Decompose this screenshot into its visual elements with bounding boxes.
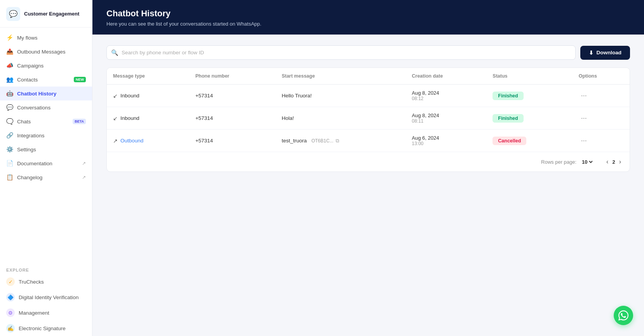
external-icon: ↗ [82, 175, 86, 180]
cell-date-1: Aug 8, 202408:11 [406, 107, 486, 130]
nav-label-campaigns: Campaigns [17, 63, 44, 69]
explore-label-management: Management [19, 310, 49, 316]
sidebar-item-changelog[interactable]: 📋 Changelog ↗ [0, 170, 92, 184]
sidebar-item-chatbot-history[interactable]: 🤖 Chatbot History [0, 87, 92, 100]
cell-date-2: Aug 6, 202413:00 [406, 130, 486, 152]
nav-label-integrations: Integrations [17, 133, 45, 139]
whatsapp-fab[interactable] [614, 306, 633, 325]
cell-phone-0: +57314 [189, 85, 275, 107]
content-area: 🔍 ⬇ Download Message typePhone numberSta… [92, 35, 644, 336]
truncated-id: OT6B1C... [312, 138, 334, 144]
nav-icon-chatbot-history: 🤖 [6, 90, 13, 97]
nav-label-my-flows: My flows [17, 35, 38, 41]
explore-item-digital-identity[interactable]: 🔷 Digital Identity Verification [0, 289, 92, 305]
col-header-creation-date: Creation date [406, 68, 486, 85]
explore-label-truchecks: TruChecks [19, 279, 44, 285]
nav-icon-conversations: 💬 [6, 104, 13, 111]
col-header-phone-number: Phone number [189, 68, 275, 85]
prev-page-button[interactable]: ‹ [604, 158, 611, 166]
col-header-status: Status [486, 68, 572, 85]
sidebar-item-campaigns[interactable]: 📣 Campaigns [0, 59, 92, 73]
next-page-button[interactable]: › [617, 158, 623, 166]
cell-options-2: ··· [573, 130, 630, 152]
cell-message-type-0: ↙Inbound [107, 85, 189, 107]
sidebar-item-integrations[interactable]: 🔗 Integrations [0, 128, 92, 142]
search-box: 🔍 [106, 45, 576, 60]
outbound-icon: ↗ [113, 138, 118, 144]
cell-start-message-1: Hola! [275, 107, 406, 130]
date-value: Aug 8, 2024 [412, 90, 480, 96]
search-icon: 🔍 [111, 49, 118, 56]
nav-icon-changelog: 📋 [6, 174, 13, 181]
nav-label-settings: Settings [17, 147, 36, 152]
cell-phone-2: +57314 [189, 130, 275, 152]
explore-item-electronic-signature[interactable]: ✍ Electronic Signature [0, 320, 92, 336]
toolbar: 🔍 ⬇ Download [106, 45, 630, 60]
brand-name: Customer Engagement [24, 11, 79, 17]
sidebar-item-documentation[interactable]: 📄 Documentation ↗ [0, 156, 92, 170]
sidebar-item-chats[interactable]: 🗨️ Chats BETA [0, 114, 92, 128]
sidebar-item-settings[interactable]: ⚙️ Settings [0, 142, 92, 156]
start-message-text: test_truora [282, 138, 307, 144]
cell-message-type-2: ↗Outbound [107, 130, 189, 152]
explore-icon-management: ⚙ [6, 308, 15, 317]
sidebar-item-outbound-messages[interactable]: 📤 Outbound Messages [0, 45, 92, 59]
inbound-icon: ↙ [113, 93, 118, 99]
time-value: 13:00 [412, 141, 480, 146]
cell-status-1: Finished [486, 107, 572, 130]
nav-icon-outbound-messages: 📤 [6, 48, 13, 55]
date-value: Aug 6, 2024 [412, 135, 480, 141]
cell-options-0: ··· [573, 85, 630, 107]
external-icon: ↗ [82, 161, 86, 166]
nav-icon-integrations: 🔗 [6, 132, 13, 139]
page-header: Chatbot History Here you can see the lis… [92, 0, 644, 35]
download-label: Download [597, 50, 622, 55]
start-message-text: Hola! [282, 115, 294, 121]
table-body: ↙Inbound+57314Hello Truora!Aug 8, 202408… [107, 85, 630, 152]
time-value: 08:12 [412, 96, 480, 101]
download-button[interactable]: ⬇ Download [580, 46, 630, 60]
cell-status-0: Finished [486, 85, 572, 107]
explore-item-truchecks[interactable]: ✓ TruChecks [0, 274, 92, 289]
time-value: 08:11 [412, 118, 480, 124]
sidebar-item-conversations[interactable]: 💬 Conversations [0, 100, 92, 114]
nav-icon-settings: ⚙️ [6, 146, 13, 153]
nav-label-chatbot-history: Chatbot History [17, 91, 56, 97]
status-badge: Finished [493, 92, 523, 100]
explore-label-electronic-signature: Electronic Signature [19, 326, 66, 331]
conversations-table: Message typePhone numberStart messageCre… [106, 68, 630, 172]
status-badge: Finished [493, 114, 523, 123]
outbound-link[interactable]: Outbound [120, 138, 143, 144]
cell-start-message-0: Hello Truora! [275, 85, 406, 107]
options-button-0[interactable]: ··· [579, 91, 589, 100]
options-button-1[interactable]: ··· [579, 113, 589, 123]
inbound-icon: ↙ [113, 115, 118, 121]
nav-label-changelog: Changelog [17, 175, 42, 180]
nav-label-documentation: Documentation [17, 161, 52, 166]
nav-icon-chats: 🗨️ [6, 118, 13, 125]
options-button-2[interactable]: ··· [579, 136, 589, 145]
sidebar-item-my-flows[interactable]: ⚡ My flows [0, 31, 92, 45]
copy-icon[interactable]: ⧉ [336, 138, 339, 144]
sidebar-item-contacts[interactable]: 👥 Contacts NEW [0, 73, 92, 87]
start-message-text: Hello Truora! [282, 93, 312, 99]
explore-item-management[interactable]: ⚙ Management [0, 305, 92, 320]
explore-icon-truchecks: ✓ [6, 277, 15, 286]
col-header-options: Options [573, 68, 630, 85]
message-type-label: Inbound [120, 115, 139, 121]
explore-icon-electronic-signature: ✍ [6, 324, 15, 333]
brand[interactable]: 💬 Customer Engagement [0, 0, 92, 28]
sidebar-nav: ⚡ My flows 📤 Outbound Messages 📣 Campaig… [0, 28, 92, 264]
explore-label-digital-identity: Digital Identity Verification [19, 294, 79, 300]
cell-status-2: Cancelled [486, 130, 572, 152]
col-header-start-message: Start message [275, 68, 406, 85]
download-icon: ⬇ [589, 50, 594, 56]
nav-label-outbound-messages: Outbound Messages [17, 49, 66, 55]
nav-icon-contacts: 👥 [6, 76, 13, 83]
table-row: ↙Inbound+57314Hello Truora!Aug 8, 202408… [107, 85, 630, 107]
rows-per-page-select[interactable]: 10 25 50 [580, 159, 594, 165]
cell-date-0: Aug 8, 202408:12 [406, 85, 486, 107]
cell-start-message-2: test_truoraOT6B1C...⧉ [275, 130, 406, 152]
search-input[interactable] [106, 45, 576, 60]
cell-message-type-1: ↙Inbound [107, 107, 189, 130]
